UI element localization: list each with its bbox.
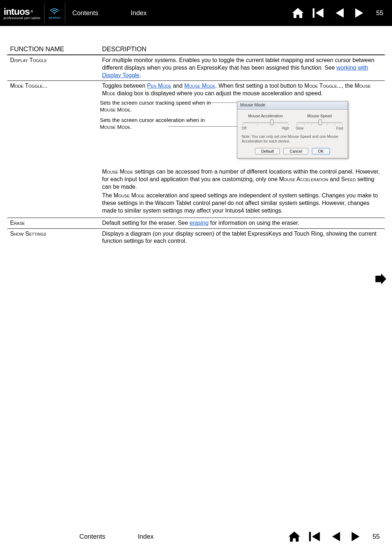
fn-desc: For multiple monitor systems. Enables yo…	[99, 55, 385, 81]
fn-name: Mode Toggle...	[7, 81, 99, 218]
function-table: FUNCTION NAME DESCRIPTION Display Toggle…	[7, 44, 385, 246]
annot-accel: Sets the screen cursor acceleration when…	[100, 117, 219, 131]
logo-sub: professional pen tablet	[4, 16, 40, 20]
logo-main: intuos	[4, 6, 30, 17]
dialog-annotation: Sets the screen cursor tracking speed wh…	[100, 100, 382, 165]
table-row: Erase Default setting for the eraser. Se…	[7, 218, 385, 228]
link-mouse-mode[interactable]: Mouse Mode	[184, 83, 215, 89]
fn-desc: Default setting for the eraser. See eras…	[99, 218, 385, 228]
first-page-icon[interactable]	[312, 7, 326, 19]
fn-name: Display Toggle	[7, 55, 99, 81]
fn-desc: Toggles between Pen Mode and Mouse Mode.…	[99, 81, 385, 218]
home-icon[interactable]	[291, 7, 305, 19]
header-bar: intuos.4 professional pen tablet wireles…	[0, 0, 392, 26]
next-page-icon[interactable]	[353, 7, 365, 19]
logo: intuos.4 professional pen tablet	[4, 3, 44, 23]
table-row: Show Settings Displays a diagram (on you…	[7, 228, 385, 246]
index-link[interactable]: Index	[131, 9, 147, 17]
speed-label: Mouse Speed	[296, 113, 343, 118]
ok-button[interactable]: OK	[312, 148, 330, 154]
col-header-desc: DESCRIPTION	[99, 44, 385, 55]
svg-rect-1	[313, 8, 314, 18]
contents-link[interactable]: Contents	[72, 9, 98, 17]
wireless-block: wireless	[44, 3, 65, 23]
cancel-button[interactable]: Cancel	[283, 148, 308, 154]
svg-point-0	[54, 13, 55, 14]
fn-name: Erase	[7, 218, 99, 228]
accel-label: Mouse Acceleration	[242, 113, 289, 118]
annot-speed: Sets the screen cursor tracking speed wh…	[100, 100, 219, 113]
table-row: Display Toggle For multiple monitor syst…	[7, 55, 385, 81]
wifi-icon	[49, 6, 60, 15]
page-number: 55	[376, 9, 383, 17]
mouse-mode-dialog: Mouse Mode Mouse Acceleration OffHigh	[237, 101, 348, 158]
col-header-name: FUNCTION NAME	[7, 44, 99, 55]
dialog-title: Mouse Mode	[237, 101, 348, 110]
default-button[interactable]: Default	[255, 148, 280, 154]
link-pen-mode[interactable]: Pen Mode	[147, 83, 172, 89]
speed-slider-group: Mouse Speed SlowFast	[296, 113, 343, 131]
speed-slider[interactable]	[296, 122, 343, 123]
table-row: Mode Toggle... Toggles between Pen Mode …	[7, 81, 385, 218]
wireless-label: wireless	[49, 16, 61, 19]
content-area: FUNCTION NAME DESCRIPTION Display Toggle…	[0, 26, 392, 254]
logo-suffix: .4	[30, 9, 33, 13]
accel-slider[interactable]	[242, 122, 289, 123]
link-erasing[interactable]: erasing	[190, 220, 208, 226]
dialog-note: Note: You can only set one Mouse Speed a…	[237, 133, 348, 147]
fn-desc: Displays a diagram (on your display scre…	[99, 228, 385, 246]
prev-page-icon[interactable]	[334, 7, 346, 19]
accel-slider-group: Mouse Acceleration OffHigh	[242, 113, 289, 131]
fn-name: Show Settings	[7, 228, 99, 246]
